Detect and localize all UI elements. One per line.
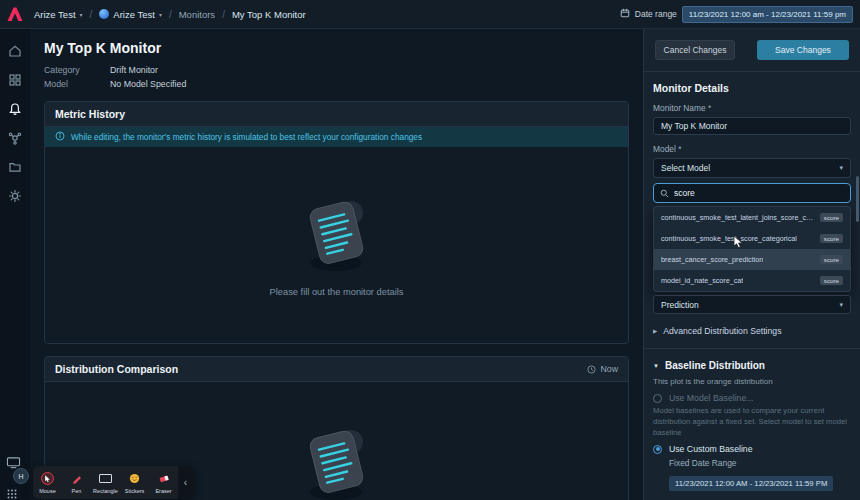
custom-baseline-radio[interactable]: Use Custom Baseline (653, 444, 851, 454)
advanced-settings-label: Advanced Distribution Settings (663, 326, 781, 336)
monitors-bell-icon[interactable] (8, 102, 22, 116)
space-switcher[interactable]: Arize Test ▾ (99, 9, 162, 20)
distribution-header: Distribution Comparison Now (45, 357, 628, 382)
metric-history-empty-state: Please fill out the monitor details (45, 147, 628, 343)
date-range-value[interactable]: 11/23/2021 12:00 am - 12/23/2021 11:59 p… (682, 6, 853, 23)
chevron-down-icon: ▾ (839, 301, 843, 309)
meta-row: Model No Model Specified (44, 79, 629, 89)
model-baseline-help: Model baselines are used to compare your… (653, 406, 851, 438)
apps-grid-icon[interactable] (8, 73, 22, 87)
model-baseline-radio[interactable]: Use Model Baseline... (653, 393, 851, 403)
empty-state-text: Please fill out the monitor details (270, 287, 404, 297)
eraser-tool-button[interactable]: Eraser (149, 466, 178, 499)
baseline-distribution-toggle[interactable]: ▼ Baseline Distribution (653, 360, 851, 371)
pen-tool-button[interactable]: Pen (62, 466, 91, 499)
org-switcher[interactable]: Arize Test ▾ (34, 9, 83, 20)
calendar-icon (620, 8, 630, 20)
model-option-tag: score (820, 255, 843, 264)
mouse-tool-button[interactable]: Mouse (33, 466, 62, 499)
page-title: My Top K Monitor (44, 40, 629, 56)
meta-value: Drift Monitor (110, 65, 158, 75)
rectangle-tool-button[interactable]: Rectangle (91, 466, 120, 499)
model-select-value: Select Model (661, 163, 710, 173)
topbar: Arize Test ▾ / Arize Test ▾ / Monitors /… (0, 0, 860, 29)
search-icon (660, 189, 669, 198)
model-option-tag: score (820, 213, 843, 222)
org-name: Arize Test (34, 9, 76, 20)
meta-value: No Model Specified (110, 79, 186, 89)
breadcrumb-separator: / (90, 9, 93, 20)
grid-handle-icon[interactable] (7, 485, 17, 500)
home-icon[interactable] (8, 44, 22, 58)
tool-label: Pen (72, 488, 82, 494)
radio-icon (653, 394, 662, 403)
radio-checked-icon (653, 445, 662, 454)
baseline-distribution-title: Baseline Distribution (665, 360, 765, 371)
avatar[interactable]: H (13, 468, 29, 484)
advanced-distribution-settings-toggle[interactable]: ▶ Advanced Distribution Settings (653, 326, 851, 336)
now-label: Now (600, 364, 618, 374)
triangle-right-icon: ▶ (653, 328, 657, 334)
model-search-input[interactable]: score (653, 183, 851, 203)
custom-baseline-label: Use Custom Baseline (669, 444, 753, 454)
meta-row: Category Drift Monitor (44, 65, 629, 75)
annotation-toolbar: Mouse Pen Rectangle Stickers Eraser ‹ (33, 466, 193, 499)
model-select[interactable]: Select Model ▾ (653, 158, 851, 178)
breadcrumb: Arize Test ▾ / Arize Test ▾ / Monitors /… (34, 9, 306, 20)
metric-history-card: Metric History While editing, the monito… (44, 101, 629, 344)
monitor-details-panel: Cancel Changes Save Changes Monitor Deta… (643, 28, 860, 500)
model-dropdown: continuous_smoke_test_latent_joins_score… (653, 206, 851, 292)
main-content: My Top K Monitor Category Drift Monitor … (30, 28, 643, 500)
stickers-tool-button[interactable]: Stickers (120, 466, 149, 499)
page-header: My Top K Monitor Category Drift Monitor … (30, 28, 643, 89)
fixed-date-range-value[interactable]: 11/23/2021 12:00 AM - 12/23/2021 11:59 P… (669, 476, 833, 491)
cancel-changes-button[interactable]: Cancel Changes (655, 40, 735, 60)
triangle-down-icon: ▼ (653, 363, 659, 369)
model-label: Model * (653, 144, 851, 154)
eraser-icon (158, 473, 170, 484)
sticker-smiley-icon (129, 473, 140, 484)
breadcrumb-monitors-link[interactable]: Monitors (179, 9, 215, 20)
model-baseline-label: Use Model Baseline... (669, 393, 754, 403)
breadcrumb-separator: / (169, 9, 172, 20)
tool-label: Stickers (125, 488, 145, 494)
pen-icon (71, 473, 83, 485)
toolbar-collapse-button[interactable]: ‹ (178, 466, 193, 499)
model-option[interactable]: breast_cancer_score_prediction score (654, 249, 850, 270)
app-root: Arize Test ▾ / Arize Test ▾ / Monitors /… (0, 0, 860, 500)
nav-sidebar (0, 28, 30, 500)
clock-icon (587, 365, 596, 374)
tool-label: Rectangle (93, 488, 118, 494)
divider (644, 348, 860, 349)
model-option[interactable]: continuous_smoke_test_latent_joins_score… (654, 207, 850, 228)
model-option-label: continuous_smoke_test_score_categorical (661, 234, 797, 243)
empty-state-illustration (289, 422, 385, 500)
tool-label: Mouse (39, 488, 56, 494)
model-option-label: model_id_nate_score_cat (661, 276, 743, 285)
distribution-title: Distribution Comparison (55, 363, 178, 375)
panel-scrollbar[interactable] (856, 176, 859, 222)
prediction-select[interactable]: Prediction ▾ (653, 295, 851, 314)
tool-label: Eraser (155, 488, 171, 494)
model-option[interactable]: model_id_nate_score_cat score (654, 270, 850, 291)
projects-folder-icon[interactable] (8, 160, 22, 174)
chevron-down-icon: ▾ (159, 11, 162, 18)
fixed-date-range-label: Fixed Date Range (669, 458, 851, 468)
monitor-name-label: Monitor Name * (653, 103, 851, 113)
now-control[interactable]: Now (587, 364, 618, 374)
model-option-tag: score (820, 234, 843, 243)
divider (644, 71, 860, 72)
metric-history-header: Metric History (45, 102, 628, 127)
models-icon[interactable] (8, 131, 22, 145)
rectangle-icon (99, 474, 112, 483)
monitor-name-input[interactable]: My Top K Monitor (653, 117, 851, 135)
meta-label: Model (44, 79, 110, 89)
date-range-label: Date range (635, 9, 677, 19)
save-changes-button[interactable]: Save Changes (757, 40, 849, 60)
space-name: Arize Test (113, 9, 155, 20)
panel-actions: Cancel Changes Save Changes (655, 40, 849, 60)
model-search-value: score (674, 188, 695, 198)
settings-gear-icon[interactable] (8, 189, 22, 203)
model-option[interactable]: continuous_smoke_test_score_categorical … (654, 228, 850, 249)
arize-logo-icon[interactable] (0, 0, 30, 28)
